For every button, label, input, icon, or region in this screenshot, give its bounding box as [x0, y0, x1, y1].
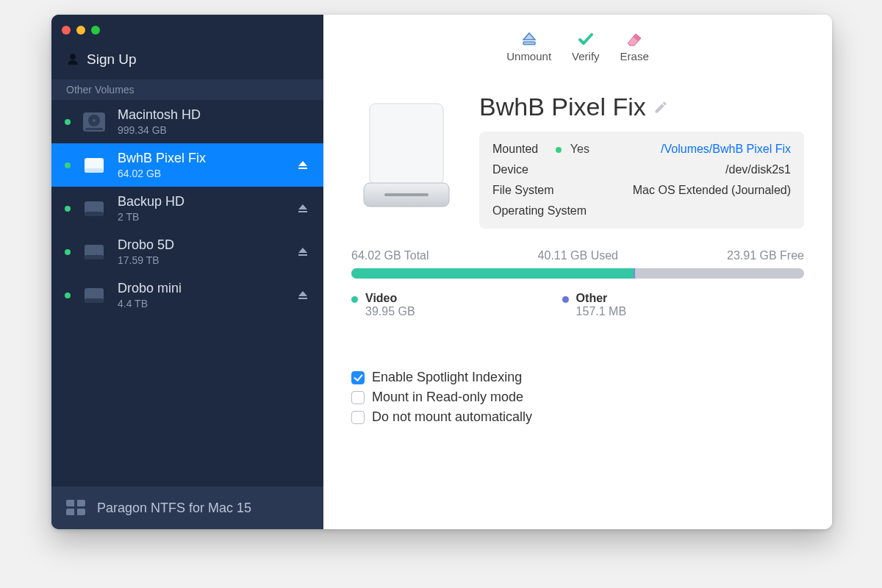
info-label: Operating System [492, 204, 587, 218]
eject-icon [297, 159, 309, 171]
usage-segment-other [634, 268, 635, 279]
close-window-button[interactable] [62, 26, 71, 35]
svg-rect-3 [85, 128, 103, 130]
info-row-os: Operating System [492, 201, 791, 221]
sidebar-volume-bwhb-pixel-fix[interactable]: BwhB Pixel Fix 64.02 GB [51, 143, 323, 187]
option-readonly[interactable]: Mount in Read-only mode [351, 390, 804, 405]
svg-rect-17 [370, 104, 443, 184]
unmount-label: Unmount [506, 50, 551, 62]
legend-swatch-icon [351, 296, 358, 303]
info-row-device: Device /dev/disk2s1 [492, 159, 791, 180]
usage-total: 64.02 GB Total [351, 249, 429, 262]
checkbox-icon[interactable] [351, 371, 365, 384]
status-dot-icon [65, 162, 71, 168]
window-traffic-lights [51, 15, 323, 46]
mount-path-link[interactable]: /Volumes/BwhB Pixel Fix [661, 143, 791, 156]
eject-icon [520, 31, 539, 49]
erase-button[interactable]: Erase [620, 31, 649, 62]
svg-rect-9 [85, 255, 104, 259]
eject-icon [297, 290, 309, 301]
volume-name: Drobo mini [118, 281, 182, 296]
svg-rect-7 [85, 212, 104, 216]
svg-rect-15 [74, 509, 77, 515]
legend-value: 157.1 MB [576, 305, 626, 318]
volume-title-text: BwhB Pixel Fix [479, 93, 646, 121]
volume-name: Drobo 5D [118, 237, 174, 253]
external-drive-icon [81, 196, 107, 222]
eject-button[interactable] [297, 159, 309, 171]
external-drive-icon [81, 239, 107, 265]
status-dot-icon [65, 293, 71, 298]
status-dot-icon [556, 147, 562, 153]
sign-up-link[interactable]: Sign Up [51, 46, 323, 79]
checkbox-icon[interactable] [351, 391, 365, 404]
volume-size: 64.02 GB [118, 168, 206, 179]
sidebar-footer[interactable]: Paragon NTFS for Mac 15 [51, 487, 323, 529]
content: BwhB Pixel Fix Mounted Yes /Volumes/BwhB… [323, 79, 832, 425]
eject-icon [297, 203, 309, 215]
verify-button[interactable]: Verify [572, 31, 600, 62]
app-name-label: Paragon NTFS for Mac 15 [97, 501, 251, 516]
minimize-window-button[interactable] [76, 26, 85, 35]
disk-illustration [351, 93, 462, 218]
volume-name: Backup HD [118, 194, 184, 209]
legend-label: Video [365, 292, 415, 305]
volume-size: 4.4 TB [118, 298, 182, 309]
toolbar: Unmount Verify Erase [323, 15, 832, 79]
checkbox-icon[interactable] [351, 411, 365, 424]
info-label: Mounted [492, 143, 538, 156]
mounted-value: Yes [570, 143, 589, 155]
sign-up-label: Sign Up [87, 51, 137, 68]
legend-swatch-icon [562, 296, 569, 303]
info-label: Device [492, 163, 528, 176]
legend-value: 39.95 GB [365, 305, 415, 318]
option-label: Mount in Read-only mode [372, 390, 523, 405]
usage-used: 40.11 GB Used [538, 249, 618, 262]
option-spotlight[interactable]: Enable Spotlight Indexing [351, 370, 804, 385]
device-value: /dev/disk2s1 [725, 163, 791, 176]
status-dot-icon [65, 119, 71, 125]
status-dot-icon [65, 206, 71, 212]
option-label: Enable Spotlight Indexing [372, 370, 522, 385]
option-label: Do not mount automatically [372, 409, 532, 425]
internal-drive-icon [81, 109, 107, 135]
volume-title: BwhB Pixel Fix [479, 93, 804, 121]
usage-legend: Video 39.95 GB Other 157.1 MB [351, 292, 804, 318]
external-drive-large-icon [355, 96, 458, 214]
sidebar-volume-backup-hd[interactable]: Backup HD 2 TB [51, 187, 323, 230]
app-window: Sign Up Other Volumes Macintosh HD 999.3… [51, 15, 832, 529]
eject-button[interactable] [297, 290, 309, 301]
info-row-filesystem: File System Mac OS Extended (Journaled) [492, 180, 791, 201]
svg-rect-14 [74, 500, 77, 506]
sidebar-section-header: Other Volumes [51, 79, 323, 100]
usage-segment-video [351, 268, 634, 279]
erase-label: Erase [620, 50, 649, 62]
edit-icon[interactable] [653, 100, 668, 115]
eject-button[interactable] [297, 246, 309, 258]
svg-rect-19 [384, 193, 429, 196]
eject-button[interactable] [297, 203, 309, 215]
eject-icon [297, 246, 309, 258]
volume-name: BwhB Pixel Fix [118, 151, 206, 166]
fullscreen-window-button[interactable] [91, 26, 100, 35]
info-row-mounted: Mounted Yes /Volumes/BwhB Pixel Fix [492, 139, 791, 159]
eraser-icon [625, 31, 644, 49]
user-icon [66, 53, 79, 66]
volume-size: 2 TB [118, 211, 184, 223]
option-no-automount[interactable]: Do not mount automatically [351, 409, 804, 425]
drive-stack-icon [66, 500, 85, 516]
volume-info-box: Mounted Yes /Volumes/BwhB Pixel Fix Devi… [479, 132, 804, 229]
sidebar: Sign Up Other Volumes Macintosh HD 999.3… [51, 15, 323, 529]
volume-size: 999.34 GB [118, 124, 201, 136]
svg-rect-16 [523, 42, 535, 45]
main-panel: Unmount Verify Erase [323, 15, 832, 529]
checkmark-icon [576, 31, 595, 49]
legend-label: Other [576, 292, 626, 305]
unmount-button[interactable]: Unmount [506, 31, 551, 62]
sidebar-volume-drobo-mini[interactable]: Drobo mini 4.4 TB [51, 273, 323, 317]
status-dot-icon [65, 249, 71, 255]
sidebar-volume-macintosh-hd[interactable]: Macintosh HD 999.34 GB [51, 100, 323, 143]
sidebar-volume-drobo-5d[interactable]: Drobo 5D 17.59 TB [51, 230, 323, 273]
svg-rect-11 [85, 298, 104, 303]
usage-free: 23.91 GB Free [727, 249, 804, 262]
